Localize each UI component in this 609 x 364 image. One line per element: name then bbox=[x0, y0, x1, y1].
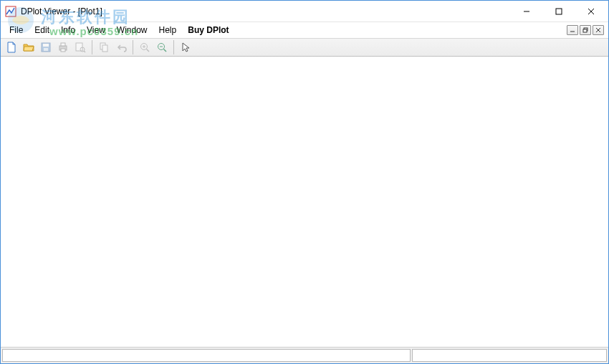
zoom-in-icon bbox=[139, 42, 150, 53]
open-folder-icon bbox=[23, 42, 34, 53]
zoom-out-icon bbox=[156, 42, 168, 53]
save-button[interactable] bbox=[38, 39, 54, 55]
copy-button[interactable] bbox=[96, 39, 112, 55]
new-file-icon bbox=[6, 42, 17, 53]
status-bar bbox=[1, 348, 608, 363]
svg-line-23 bbox=[147, 49, 150, 52]
menu-bar: File Edit Info View Window Help Buy DPlo… bbox=[1, 22, 608, 38]
mdi-controls bbox=[567, 25, 604, 35]
menu-buy-dplot[interactable]: Buy DPlot bbox=[182, 24, 234, 37]
app-window: 河东软件园 www.pc0359.cn DPlot Viewer - [Plot… bbox=[0, 0, 609, 364]
close-button[interactable] bbox=[575, 1, 607, 21]
copy-icon bbox=[98, 42, 110, 53]
new-file-button[interactable] bbox=[4, 39, 19, 55]
minimize-button[interactable] bbox=[510, 1, 542, 21]
plot-area[interactable] bbox=[1, 57, 608, 348]
maximize-button[interactable] bbox=[542, 1, 575, 21]
menu-file[interactable]: File bbox=[4, 24, 29, 37]
svg-rect-13 bbox=[44, 48, 48, 51]
svg-rect-15 bbox=[61, 43, 65, 46]
open-button[interactable] bbox=[21, 39, 37, 55]
svg-rect-16 bbox=[61, 49, 65, 52]
svg-rect-8 bbox=[583, 29, 587, 32]
app-icon bbox=[5, 6, 16, 17]
svg-line-27 bbox=[164, 49, 167, 52]
cursor-button[interactable] bbox=[178, 39, 193, 55]
svg-rect-3 bbox=[556, 9, 562, 14]
toolbar-separator bbox=[92, 40, 92, 54]
menu-help[interactable]: Help bbox=[153, 24, 183, 37]
svg-line-19 bbox=[84, 51, 85, 52]
print-button[interactable] bbox=[55, 39, 71, 55]
print-icon bbox=[57, 42, 69, 53]
window-controls bbox=[510, 1, 607, 21]
svg-rect-21 bbox=[102, 45, 107, 52]
svg-rect-17 bbox=[76, 43, 82, 51]
status-pane-left bbox=[2, 349, 411, 362]
toolbar bbox=[1, 38, 608, 57]
print-preview-button[interactable] bbox=[72, 39, 88, 55]
status-pane-right bbox=[412, 349, 607, 362]
toolbar-separator bbox=[173, 40, 174, 54]
mdi-close-button[interactable] bbox=[593, 25, 604, 35]
print-preview-icon bbox=[75, 42, 86, 53]
mdi-restore-button[interactable] bbox=[580, 25, 591, 35]
menu-edit[interactable]: Edit bbox=[29, 24, 55, 37]
cursor-icon bbox=[180, 42, 191, 53]
toolbar-separator bbox=[133, 40, 133, 54]
zoom-out-button[interactable] bbox=[154, 39, 170, 55]
title-bar: DPlot Viewer - [Plot1] bbox=[1, 1, 608, 22]
menu-info[interactable]: Info bbox=[55, 24, 81, 37]
zoom-in-button[interactable] bbox=[137, 39, 153, 55]
undo-icon bbox=[115, 42, 127, 53]
svg-rect-12 bbox=[43, 44, 49, 47]
save-icon bbox=[40, 42, 52, 53]
mdi-minimize-button[interactable] bbox=[567, 25, 578, 35]
menu-view[interactable]: View bbox=[81, 24, 111, 37]
undo-button[interactable] bbox=[113, 39, 129, 55]
window-title: DPlot Viewer - [Plot1] bbox=[21, 6, 102, 16]
menu-window[interactable]: Window bbox=[111, 24, 153, 37]
